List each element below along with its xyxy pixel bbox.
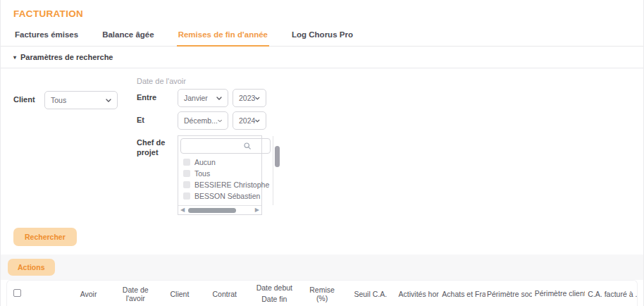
- checkbox-icon[interactable]: [183, 192, 190, 200]
- chevron-down-icon: [255, 119, 260, 123]
- header-perimetre-societe: Périmètre soci...: [485, 288, 532, 300]
- checkbox-icon[interactable]: [183, 159, 190, 166]
- date-to-row: Et Décemb... 2024: [137, 111, 266, 130]
- chevron-down-icon: [218, 119, 222, 123]
- scroll-right-icon[interactable]: ▶: [255, 207, 259, 213]
- header-ca-facture: C.A. facturé à ...: [585, 288, 637, 300]
- header-remise: Remise (%): [302, 284, 345, 304]
- chef-option-bessiere[interactable]: BESSIERE Christophe: [183, 179, 269, 190]
- table-header-row: Avoir Date de l'avoir Client Contrat Dat…: [7, 281, 637, 306]
- client-select-value: Tous: [51, 96, 66, 104]
- search-form: Client Tous Date de l'avoir Entre Janvie…: [1, 68, 643, 222]
- entre-label: Entre: [137, 89, 173, 107]
- chef-option-besson[interactable]: BESSON Sébastien: [183, 190, 269, 202]
- search-params-label: Paramètres de recherche: [20, 53, 113, 61]
- chef-options-list: Aucun Tous BESSIERE Christophe: [180, 154, 271, 203]
- chef-option-aucun[interactable]: Aucun: [183, 157, 269, 168]
- from-month-value: Janvier: [184, 94, 208, 102]
- header-icons-spacer: [25, 293, 66, 295]
- tab-bar: Factures émises Balance âgée Remises de …: [1, 20, 643, 47]
- scrollbar-thumb[interactable]: [188, 208, 235, 213]
- from-year-value: 2023: [239, 94, 255, 102]
- chef-search-box: [180, 138, 271, 154]
- header-perimetre-client: Périmètre client: [532, 287, 586, 300]
- chef-search-input[interactable]: [185, 142, 241, 150]
- scroll-left-icon[interactable]: ◀: [180, 207, 185, 213]
- chef-option-tous[interactable]: Tous: [183, 168, 269, 179]
- header-avoir: Avoir: [66, 288, 111, 300]
- chevron-down-icon: [216, 97, 222, 100]
- tab-balance-agee[interactable]: Balance âgée: [101, 27, 156, 46]
- tab-remises-fin-annee[interactable]: Remises de fin d'année: [177, 27, 269, 47]
- search-params-toggle[interactable]: ▾ Paramètres de recherche: [1, 47, 643, 68]
- select-all-checkbox[interactable]: [13, 289, 21, 297]
- client-label: Client: [13, 91, 40, 219]
- actions-button[interactable]: Actions: [8, 259, 55, 276]
- actions-bar: Actions: [1, 255, 643, 280]
- header-date-avoir: Date de l'avoir: [111, 284, 160, 304]
- from-year-select[interactable]: 2023: [233, 89, 266, 107]
- to-month-select[interactable]: Décemb...: [178, 111, 228, 130]
- to-year-select[interactable]: 2024: [233, 111, 266, 130]
- caret-down-icon: ▾: [13, 54, 16, 61]
- results-table: Avoir Date de l'avoir Client Contrat Dat…: [6, 280, 638, 306]
- checkbox-icon[interactable]: [183, 181, 190, 188]
- to-month-value: Décemb...: [184, 116, 218, 125]
- header-contrat: Contrat: [202, 288, 247, 300]
- search-icon: [244, 142, 251, 149]
- tab-log-chorus-pro[interactable]: Log Chorus Pro: [290, 27, 354, 46]
- scrollbar-thumb[interactable]: [275, 146, 280, 167]
- chevron-down-icon: [106, 99, 111, 102]
- chef-projet-row: Chef de projet Aucun: [137, 134, 266, 215]
- to-year-value: 2024: [239, 116, 255, 125]
- date-from-row: Entre Janvier 2023: [137, 89, 266, 107]
- header-client: Client: [160, 288, 202, 300]
- tab-factures-emises[interactable]: Factures émises: [13, 27, 80, 46]
- from-month-select[interactable]: Janvier: [178, 89, 228, 107]
- checkbox-icon[interactable]: [183, 170, 190, 177]
- chef-projet-label: Chef de projet: [137, 134, 173, 215]
- header-seuil: Seuil C.A.: [345, 288, 396, 300]
- horizontal-scrollbar[interactable]: ◀ ▶: [178, 205, 261, 214]
- date-avoir-group: Date de l'avoir Entre Janvier 2023 Et Dé…: [137, 77, 266, 219]
- date-avoir-group-label: Date de l'avoir: [137, 77, 266, 85]
- vertical-scrollbar[interactable]: [273, 136, 273, 205]
- facturation-page: FACTURATION Factures émises Balance âgée…: [0, 0, 644, 306]
- header-dates: Date debut Date fin: [247, 281, 302, 306]
- chevron-down-icon: [255, 97, 260, 100]
- page-title: FACTURATION: [1, 0, 643, 20]
- et-label: Et: [137, 111, 173, 130]
- rechercher-button[interactable]: Rechercher: [13, 228, 77, 246]
- header-activites: Activités hora...: [396, 288, 440, 300]
- chef-projet-multiselect: Aucun Tous BESSIERE Christophe: [178, 135, 262, 215]
- client-select[interactable]: Tous: [44, 91, 118, 109]
- header-achats: Achats et Frai...: [439, 288, 485, 300]
- client-field-group: Client Tous: [13, 91, 118, 219]
